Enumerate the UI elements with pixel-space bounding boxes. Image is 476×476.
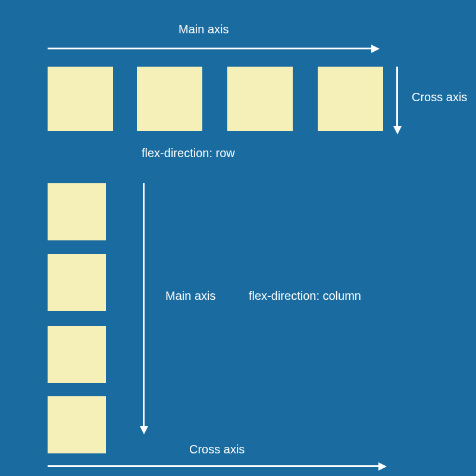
- row-flex-item: [137, 67, 202, 131]
- row-cross-axis-arrow-line: [396, 67, 398, 126]
- row-flex-item: [48, 67, 113, 131]
- column-flex-item: [48, 254, 106, 311]
- column-flex-item: [48, 326, 106, 383]
- column-main-axis-arrow-line: [143, 183, 145, 426]
- row-flex-item: [227, 67, 293, 131]
- row-main-axis-arrow-line: [48, 48, 371, 49]
- column-flex-item: [48, 396, 106, 453]
- column-flex-item: [48, 183, 106, 240]
- column-caption: flex-direction: column: [249, 289, 361, 303]
- row-cross-axis-arrowhead: [393, 126, 402, 134]
- column-main-axis-arrowhead: [140, 426, 148, 434]
- row-main-axis-arrowhead: [371, 45, 380, 53]
- column-cross-axis-label: Cross axis: [189, 443, 245, 456]
- row-flex-item: [318, 67, 383, 131]
- row-cross-axis-label: Cross axis: [412, 90, 467, 104]
- column-main-axis-label: Main axis: [165, 289, 215, 303]
- row-main-axis-label: Main axis: [178, 23, 228, 36]
- row-caption: flex-direction: row: [142, 146, 235, 160]
- column-cross-axis-arrowhead: [378, 462, 387, 471]
- column-cross-axis-arrow-line: [48, 465, 378, 467]
